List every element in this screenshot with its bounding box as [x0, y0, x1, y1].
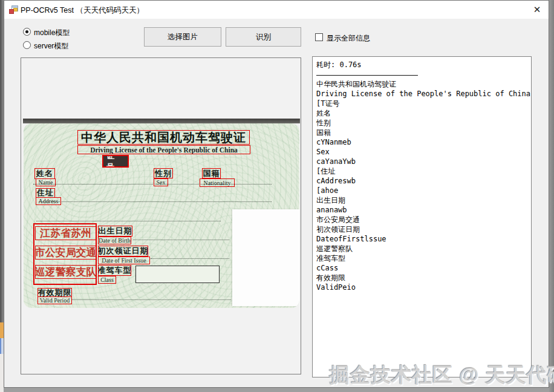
ocr-box-name-en: Name	[36, 178, 56, 186]
label-first-issue-cn: 初次领证日期	[98, 246, 148, 256]
ocr-result-line: 出生日期	[316, 195, 531, 205]
ocr-box-name-cn: 姓名	[34, 168, 55, 179]
ocr-result-line: [T证号	[316, 99, 531, 108]
ocr-result-line: ananawb	[316, 205, 531, 215]
ocr-result-line: 有效期限	[316, 273, 531, 283]
form-line	[33, 184, 272, 185]
ocr-result-line: cAddreswb	[316, 176, 531, 186]
label-valid-en: Valid Period	[40, 297, 70, 304]
ocr-box-valid-cn: 有效期限	[37, 288, 72, 297]
ocr-result-line: Sex	[316, 147, 531, 157]
label-name-cn: 姓名	[36, 168, 53, 179]
radio-mobile-label[interactable]: mobile模型	[34, 28, 70, 38]
stamp-line-2: 市公安局交通	[35, 246, 96, 260]
radio-server-label[interactable]: server模型	[34, 41, 68, 51]
form-line	[39, 201, 272, 202]
app-icon	[9, 5, 19, 15]
label-birth-en: Date of Birth	[99, 237, 131, 244]
ocr-box-address-cn: 住址	[36, 188, 55, 198]
form-line	[36, 221, 221, 221]
form-line	[72, 299, 231, 300]
license-image: 中华人民共和国机动车驾驶证 Driving License of the Peo…	[23, 119, 300, 311]
ocr-result-line: 中华民共和国机动驾驶证	[316, 79, 531, 89]
ocr-result-line: [ahoe	[316, 186, 531, 195]
radio-server-circle[interactable]	[23, 41, 31, 49]
label-name-en: Name	[39, 179, 53, 186]
license-card: 中华人民共和国机动车驾驶证 Driving License of the Peo…	[24, 123, 299, 308]
ocr-box-subtitle: Driving License of the People's Republic…	[77, 145, 250, 154]
ocr-result-line: 初次领证日期	[316, 224, 531, 234]
recognize-button[interactable]: 识别	[226, 27, 301, 47]
ocr-result-line: caYanaYwb	[316, 157, 531, 166]
label-address-cn: 住址	[37, 188, 54, 198]
ocr-result-line: 国籍	[316, 128, 531, 137]
stamp-line-1: 江苏省苏州	[40, 226, 91, 240]
ocr-result-line: cCass	[316, 263, 531, 273]
license-title: 中华人民共和国机动车驾驶证	[81, 130, 246, 145]
ocr-box-stamp-1: 江苏省苏州	[35, 226, 96, 240]
screen: PP-OCRv5 Test （天天代码码天天） ✕ mobile模型 serve…	[0, 0, 554, 392]
ocr-box-title: 中华人民共和国机动车驾驶证	[77, 130, 250, 145]
ocr-result-line: 巡逻警察队	[316, 244, 531, 253]
ocr-result-line: 准驾车型	[316, 253, 531, 263]
window-shadow-right	[549, 0, 554, 392]
license-number-badge: 证 号	[102, 155, 129, 168]
stamp-line-3: 巡逻警察支队	[35, 265, 96, 279]
ocr-box-sex-en: Sex	[154, 178, 168, 186]
photo-area	[232, 209, 299, 306]
app-window: PP-OCRv5 Test （天天代码码天天） ✕ mobile模型 serve…	[4, 0, 549, 388]
form-line	[151, 258, 229, 259]
titlebar[interactable]: PP-OCRv5 Test （天天代码码天天） ✕	[4, 1, 549, 19]
ocr-box-sex-cn: 性别	[154, 168, 173, 178]
label-birth-cn: 出生日期	[99, 226, 132, 237]
label-first-issue-en: Date of First Issue	[102, 257, 146, 264]
ocr-result-line: Driving License of the People's Republic…	[316, 89, 531, 99]
form-line	[133, 240, 229, 240]
ocr-box-nationality-cn: 国籍	[202, 168, 221, 178]
ocr-result-line: [住址	[316, 166, 531, 176]
ocr-result-line: ValidPeio	[316, 283, 531, 292]
label-nationality-en: Nationality	[204, 180, 231, 186]
ocr-box-stamp-3: 巡逻警察支队	[35, 265, 96, 279]
label-nationality-cn: 国籍	[203, 168, 220, 178]
label-sex-en: Sex	[157, 179, 166, 186]
ocr-box-stamp-2: 市公安局交通	[35, 246, 96, 260]
license-image-top-edge	[23, 119, 300, 123]
ocr-result-textbox[interactable]: 耗时: 0.76s 中华民共和国机动驾驶证Driving License of …	[312, 56, 532, 377]
select-image-button[interactable]: 选择图片	[144, 27, 221, 47]
ocr-box-address-en: Address	[36, 197, 61, 205]
ocr-box-birth-cn: 出生日期	[98, 226, 132, 237]
license-subtitle: Driving License of the People's Republic…	[90, 146, 238, 154]
image-preview-panel: 中华人民共和国机动车驾驶证 Driving License of the Peo…	[21, 57, 301, 374]
ocr-box-valid-en: Valid Period	[37, 296, 72, 304]
watermark: 掘金技术社区 @ 天天代码码天天	[330, 362, 554, 389]
window-title: PP-OCRv5 Test （天天代码码天天）	[21, 5, 144, 16]
ocr-box-nationality-en: Nationality	[200, 178, 235, 187]
elapsed-time: 耗时: 0.76s	[316, 60, 531, 70]
ocr-box-birth-en: Date of Birth	[98, 237, 131, 244]
ocr-result-lines: 中华民共和国机动驾驶证Driving License of the People…	[316, 79, 531, 292]
ocr-result-line: 市公安局交通	[316, 215, 531, 224]
label-address-en: Address	[39, 198, 59, 204]
ocr-box-class-cn: 准驾车型	[98, 265, 131, 276]
label-class-cn: 准驾车型	[98, 265, 131, 276]
close-icon[interactable]: ✕	[526, 1, 549, 19]
result-divider	[316, 70, 531, 79]
ocr-box-first-issue-cn: 初次领证日期	[98, 246, 148, 256]
ocr-result-line: DateofFirstlssue	[316, 234, 531, 244]
ocr-result-line: 性别	[316, 118, 531, 128]
ocr-box-class-en: Class	[98, 276, 116, 284]
ocr-box-first-issue-en: Date of First Issue	[98, 256, 150, 264]
ocr-result-line: cYNanmeb	[316, 137, 531, 147]
label-sex-cn: 性别	[155, 168, 172, 178]
class-value-box	[135, 266, 220, 283]
label-class-en: Class	[100, 276, 114, 283]
checkbox-box[interactable]	[315, 33, 323, 41]
label-valid-cn: 有效期限	[38, 288, 72, 297]
ocr-result-line: 姓名	[316, 108, 531, 118]
radio-mobile-circle[interactable]	[23, 28, 31, 36]
checkbox-label[interactable]: 显示全部信息	[327, 33, 370, 44]
